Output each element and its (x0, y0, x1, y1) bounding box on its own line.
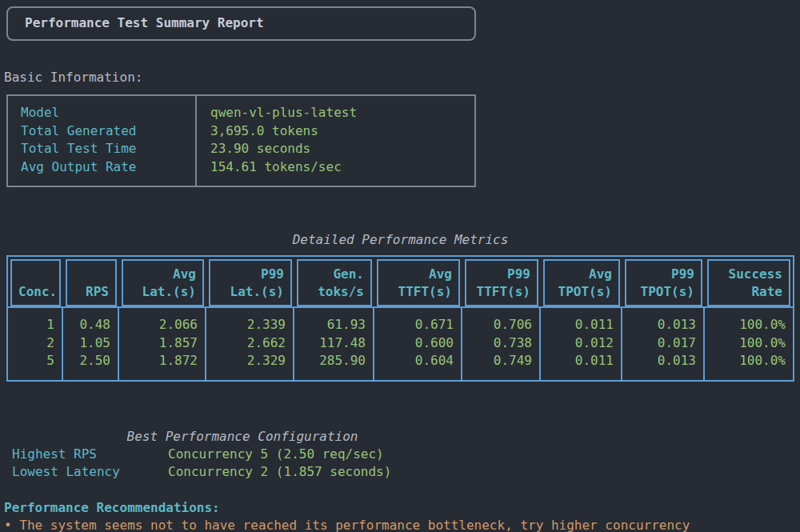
basic-info-value: 3,695.0 tokens (210, 122, 474, 140)
metrics-value: 0.012 (541, 334, 614, 352)
metrics-header-cell: P99 TPOT(s) (625, 259, 702, 306)
metrics-header-cell: Avg Lat.(s) (122, 259, 204, 306)
metrics-value: 1.857 (119, 334, 198, 352)
metrics-value: 2 (8, 334, 54, 352)
basic-info-values: qwen-vl-plus-latest3,695.0 tokens23.90 s… (197, 96, 474, 186)
metrics-value: 0.671 (374, 316, 454, 334)
best-config-label: Lowest Latency (0, 463, 168, 481)
metrics-body-column: 0.6710.6000.604 (374, 308, 462, 379)
best-config-row: Lowest LatencyConcurrency 2 (1.857 secon… (0, 463, 485, 481)
report-title: Performance Test Summary Report (25, 14, 264, 32)
metrics-value: 100.0% (705, 316, 786, 334)
basic-info-heading: Basic Information: (4, 69, 800, 86)
metrics-value: 0.749 (462, 352, 532, 370)
best-config-value: Concurrency 2 (1.857 seconds) (168, 463, 391, 481)
metrics-body-column: 2.0661.8571.872 (119, 308, 206, 379)
metrics-header-cell: Avg TTFT(s) (377, 259, 460, 306)
metrics-value: 0.017 (622, 334, 696, 352)
recommendations-section: Performance Recommendations: • The syste… (4, 499, 800, 532)
recommendation-list: • The system seems not to have reached i… (4, 517, 800, 532)
best-config-section: Best Performance Configuration Highest R… (0, 428, 485, 482)
metrics-value: 5 (8, 352, 54, 370)
metrics-value: 1.872 (119, 352, 198, 370)
metrics-body-column: 0.481.052.50 (63, 308, 119, 379)
metrics-body-column: 100.0%100.0%100.0% (705, 308, 793, 379)
metrics-header-cell: RPS (66, 259, 117, 306)
best-config-row: Highest RPSConcurrency 5 (2.50 req/sec) (0, 446, 485, 463)
metrics-value: 1 (8, 316, 54, 334)
metrics-header-cell: Gen. toks/s (297, 259, 372, 306)
metrics-header-cell: P99 Lat.(s) (209, 259, 292, 306)
metrics-value: 0.013 (622, 316, 696, 334)
best-config-value: Concurrency 5 (2.50 req/sec) (168, 446, 384, 463)
metrics-value: 2.066 (119, 316, 198, 334)
terminal-report: Performance Test Summary Report Basic In… (0, 6, 800, 532)
basic-info-value: qwen-vl-plus-latest (210, 104, 474, 122)
metrics-table-body: 1250.481.052.502.0661.8571.8722.3392.662… (8, 306, 793, 379)
metrics-body-column: 61.93117.48285.90 (294, 308, 374, 379)
best-config-rows: Highest RPSConcurrency 5 (2.50 req/sec)L… (0, 446, 485, 482)
metrics-body-column: 0.7060.7380.749 (462, 308, 541, 379)
basic-info-table: ModelTotal GeneratedTotal Test TimeAvg O… (6, 94, 476, 187)
metrics-body-column: 125 (8, 308, 63, 379)
metrics-value: 100.0% (705, 334, 786, 352)
metrics-table-header: Conc.RPSAvg Lat.(s)P99 Lat.(s)Gen. toks/… (8, 257, 793, 306)
basic-info-label: Total Generated (21, 122, 195, 140)
metrics-value: 1.05 (63, 334, 110, 352)
metrics-header-cell: Avg TPOT(s) (543, 259, 620, 306)
recommendations-heading: Performance Recommendations: (4, 499, 800, 517)
metrics-value: 2.339 (206, 316, 286, 334)
metrics-value: 0.013 (622, 352, 696, 370)
metrics-value: 0.604 (374, 352, 454, 370)
best-config-label: Highest RPS (0, 446, 168, 463)
basic-info-label: Total Test Time (21, 140, 195, 158)
metrics-value: 0.600 (374, 334, 454, 352)
metrics-value: 100.0% (705, 352, 786, 370)
metrics-body-column: 0.0110.0120.011 (541, 308, 622, 379)
metrics-value: 61.93 (294, 316, 366, 334)
basic-info-labels: ModelTotal GeneratedTotal Test TimeAvg O… (8, 96, 197, 186)
metrics-value: 2.50 (63, 352, 110, 370)
metrics-body-column: 0.0130.0170.013 (622, 308, 705, 379)
report-title-box: Performance Test Summary Report (6, 6, 476, 41)
metrics-header-cell: Success Rate (707, 259, 790, 306)
metrics-header-cell: Conc. (10, 259, 61, 306)
basic-info-label: Avg Output Rate (21, 158, 195, 176)
metrics-value: 0.48 (63, 316, 110, 334)
metrics-header-cell: P99 TTFT(s) (465, 259, 538, 306)
recommendation-item: • The system seems not to have reached i… (4, 517, 800, 532)
metrics-value: 2.662 (206, 334, 286, 352)
metrics-table: Conc.RPSAvg Lat.(s)P99 Lat.(s)Gen. toks/… (6, 255, 794, 381)
metrics-value: 0.738 (462, 334, 532, 352)
basic-info-value: 23.90 seconds (210, 140, 474, 158)
metrics-value: 0.011 (541, 316, 614, 334)
best-config-title: Best Performance Configuration (0, 428, 485, 446)
metrics-body-column: 2.3392.6622.329 (206, 308, 294, 379)
metrics-value: 0.011 (541, 352, 614, 370)
basic-info-value: 154.61 tokens/sec (210, 158, 474, 176)
metrics-value: 0.706 (462, 316, 532, 334)
basic-info-label: Model (21, 104, 195, 122)
metrics-value: 285.90 (294, 352, 366, 370)
metrics-value: 117.48 (294, 334, 366, 352)
metrics-value: 2.329 (206, 352, 286, 370)
metrics-table-title: Detailed Performance Metrics (6, 231, 794, 249)
